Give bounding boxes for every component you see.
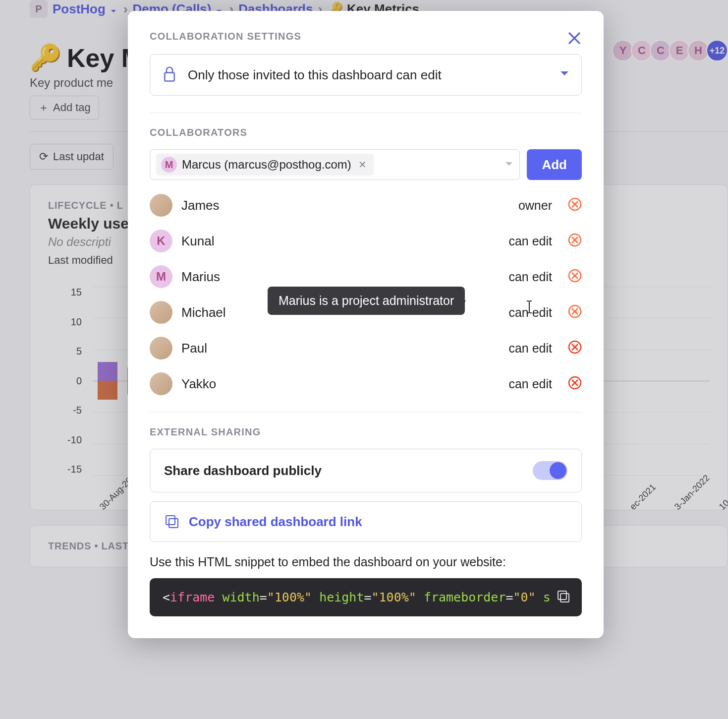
remove-collaborator-icon[interactable] [568, 376, 582, 392]
share-publicly-row: Share dashboard publicly [150, 449, 582, 492]
remove-collaborator-icon[interactable] [568, 269, 582, 285]
collaboration-modal: Collaboration settings Only those invite… [128, 11, 604, 638]
avatar: M [150, 265, 172, 288]
collaborator-name: Yakko [181, 376, 216, 392]
avatar: M [161, 157, 177, 173]
close-icon[interactable] [567, 31, 582, 48]
copy-icon [164, 514, 180, 530]
chevron-down-icon [504, 160, 513, 169]
section-label: Collaborators [150, 127, 582, 138]
collaborator-name: Marius [181, 269, 220, 285]
svg-rect-23 [560, 594, 569, 602]
collaborator-row: K Kunal can edit [150, 230, 582, 252]
avatar [150, 194, 172, 217]
collaborator-role-dropdown[interactable]: can edit [508, 270, 552, 284]
svg-rect-24 [558, 591, 566, 599]
collaborator-name: Kunal [181, 234, 215, 249]
collaborator-role-dropdown[interactable]: can edit [508, 341, 552, 356]
add-button[interactable]: Add [527, 149, 582, 180]
collaborator-row: M Marius can edit [150, 265, 582, 288]
collaborator-role-dropdown[interactable]: can edit [508, 234, 552, 248]
privacy-label: Only those invited to this dashboard can… [188, 67, 549, 83]
collaborator-row: Paul can edit [150, 337, 582, 360]
remove-collaborator-icon[interactable] [568, 340, 582, 356]
collaborator-role: owner [518, 198, 552, 213]
text-cursor-icon [524, 300, 535, 316]
lock-icon [162, 65, 177, 84]
avatar [150, 301, 172, 324]
avatar [150, 337, 172, 360]
embed-code[interactable]: <iframe width="100%" height="100%" frame… [150, 578, 582, 616]
copy-code-icon[interactable] [556, 589, 571, 607]
collaborator-role-dropdown[interactable]: can edit [508, 377, 552, 391]
avatar [150, 372, 172, 395]
collaborator-name: Paul [181, 341, 207, 356]
share-publicly-toggle[interactable] [533, 461, 567, 480]
collaborator-row: Yakko can edit [150, 372, 582, 395]
remove-collaborator-icon[interactable] [568, 304, 582, 320]
collaborator-input[interactable]: M Marcus (marcus@posthog.com) ✕ [150, 149, 520, 180]
privacy-select[interactable]: Only those invited to this dashboard can… [150, 54, 582, 96]
avatar: K [150, 230, 172, 252]
embed-description: Use this HTML snippet to embed the dashb… [150, 555, 582, 569]
svg-rect-2 [165, 73, 174, 81]
chip-label: Marcus (marcus@posthog.com) [182, 158, 351, 172]
collaborator-name: James [181, 198, 220, 213]
svg-rect-21 [169, 519, 178, 528]
chevron-down-icon [560, 70, 569, 79]
copy-link-button[interactable]: Copy shared dashboard link [150, 501, 582, 542]
remove-chip-icon[interactable]: ✕ [356, 159, 369, 171]
remove-collaborator-icon[interactable] [568, 197, 582, 213]
tooltip: Marius is a project administrator [268, 287, 465, 315]
input-chip: M Marcus (marcus@posthog.com) ✕ [156, 154, 374, 176]
section-label: Collaboration settings [150, 31, 582, 42]
remove-collaborator-icon[interactable] [568, 233, 582, 249]
svg-rect-22 [166, 516, 175, 525]
collaborator-row: James owner [150, 194, 582, 217]
share-publicly-label: Share dashboard publicly [164, 463, 322, 479]
collaborator-name: Michael [181, 305, 226, 320]
section-label: External sharing [150, 426, 582, 438]
